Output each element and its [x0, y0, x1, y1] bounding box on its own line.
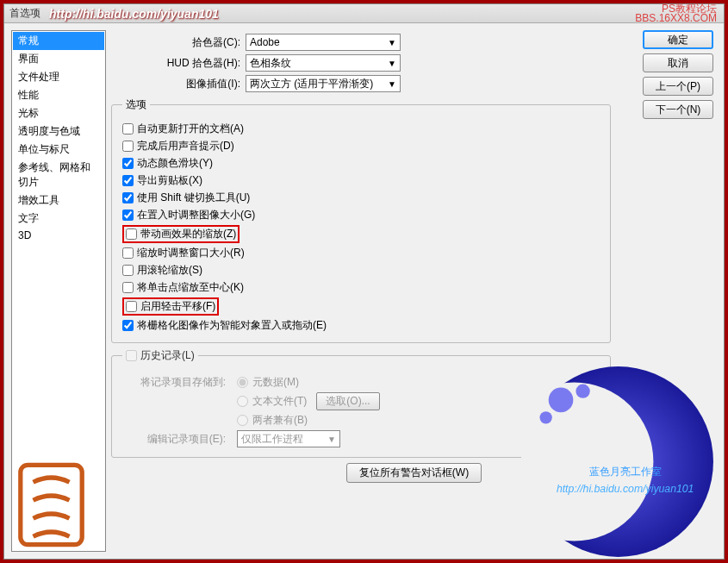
- hud-picker-dropdown[interactable]: 色相条纹 ▼: [246, 54, 401, 72]
- chevron-down-icon: ▼: [388, 79, 396, 89]
- svg-text:蓝色月亮工作室: 蓝色月亮工作室: [589, 466, 662, 478]
- svg-point-3: [549, 388, 574, 413]
- sidebar-item[interactable]: 透明度与色域: [13, 122, 104, 141]
- option-row: 缩放时调整窗口大小(R): [122, 246, 600, 260]
- option-label: 使用 Shift 键切换工具(U): [137, 191, 250, 205]
- option-row: 完成后用声音提示(D): [122, 139, 600, 153]
- svg-point-5: [539, 411, 551, 423]
- next-button[interactable]: 下一个(N): [643, 100, 713, 119]
- option-row: 将栅格化图像作为智能对象置入或拖动(E): [122, 318, 600, 333]
- option-row: 将单击点缩放至中心(K): [122, 280, 600, 295]
- option-row: 带动画效果的缩放(Z): [122, 225, 600, 243]
- metadata-radio[interactable]: [237, 377, 248, 388]
- dialog-body: 常规界面文件处理性能光标透明度与色域单位与标尺参考线、网格和切片增效工具文字3D…: [4, 23, 724, 559]
- option-label: 完成后用声音提示(D): [137, 139, 234, 153]
- options-fieldset: 选项 自动更新打开的文档(A)完成后用声音提示(D)动态颜色滑块(Y)导出剪贴板…: [111, 97, 611, 343]
- sidebar-item[interactable]: 3D: [13, 228, 104, 243]
- option-label: 导出剪贴板(X): [137, 173, 202, 188]
- option-row: 用滚轮缩放(S): [122, 263, 600, 278]
- titlebar: 首选项 http://hi.baidu.com/yiyuan101 PS教程论坛…: [4, 4, 724, 23]
- option-checkbox[interactable]: [122, 247, 134, 259]
- edit-log-label: 编辑记录项目(E):: [122, 432, 226, 447]
- ok-button[interactable]: 确定: [643, 30, 713, 49]
- preferences-dialog: 首选项 http://hi.baidu.com/yiyuan101 PS教程论坛…: [3, 3, 725, 560]
- option-row: 在置入时调整图像大小(G): [122, 208, 600, 222]
- option-row: 启用轻击平移(F): [122, 297, 600, 316]
- option-label: 用滚轮缩放(S): [137, 263, 202, 278]
- option-checkbox[interactable]: [122, 192, 134, 203]
- history-checkbox[interactable]: [126, 350, 137, 361]
- option-row: 导出剪贴板(X): [122, 173, 600, 188]
- chevron-down-icon: ▼: [388, 59, 396, 68]
- option-label: 将栅格化图像作为智能对象置入或拖动(E): [137, 318, 327, 333]
- forum-watermark: PS教程论坛 BBS.16XX8.COM: [635, 4, 717, 23]
- option-checkbox[interactable]: [122, 320, 134, 331]
- sidebar-item[interactable]: 增效工具: [13, 191, 104, 210]
- both-radio[interactable]: [237, 415, 248, 426]
- option-row: 动态颜色滑块(Y): [122, 156, 600, 171]
- svg-text:http://hi.baidu.com/yiyuan101: http://hi.baidu.com/yiyuan101: [557, 483, 694, 495]
- option-checkbox[interactable]: [126, 301, 137, 312]
- options-legend: 选项: [122, 97, 150, 112]
- seal-stamp-icon: [15, 460, 88, 550]
- moon-logo-watermark: 蓝色月亮工作室 http://hi.baidu.com/yiyuan101: [521, 365, 715, 559]
- sidebar-item[interactable]: 性能: [13, 86, 104, 104]
- reset-warnings-button[interactable]: 复位所有警告对话框(W): [346, 463, 482, 483]
- overlay-url: http://hi.baidu.com/yiyuan101: [49, 7, 219, 21]
- option-label: 在置入时调整图像大小(G): [137, 208, 255, 222]
- sidebar-item[interactable]: 单位与标尺: [13, 141, 104, 159]
- sidebar-item[interactable]: 界面: [13, 50, 104, 68]
- dialog-buttons: 确定 取消 上一个(P) 下一个(N): [643, 30, 717, 123]
- option-label: 启用轻击平移(F): [140, 299, 215, 314]
- option-checkbox[interactable]: [122, 210, 134, 221]
- sidebar-item[interactable]: 文件处理: [13, 68, 104, 86]
- option-row: 自动更新打开的文档(A): [122, 122, 600, 136]
- chevron-down-icon: ▼: [327, 435, 336, 444]
- history-legend: 历史记录(L): [122, 348, 198, 363]
- option-label: 带动画效果的缩放(Z): [140, 227, 236, 241]
- option-label: 将单击点缩放至中心(K): [137, 280, 244, 295]
- sidebar-item[interactable]: 光标: [13, 104, 104, 122]
- color-picker-label: 拾色器(C):: [146, 35, 240, 50]
- option-checkbox[interactable]: [122, 265, 134, 276]
- sidebar-item[interactable]: 参考线、网格和切片: [13, 159, 104, 191]
- option-checkbox[interactable]: [122, 175, 134, 186]
- option-checkbox[interactable]: [122, 141, 134, 152]
- option-checkbox[interactable]: [126, 228, 137, 240]
- edit-log-dropdown[interactable]: 仅限工作进程 ▼: [237, 430, 340, 447]
- hud-picker-label: HUD 拾色器(H):: [146, 56, 240, 71]
- color-picker-dropdown[interactable]: Adobe ▼: [246, 34, 401, 51]
- prev-button[interactable]: 上一个(P): [643, 77, 713, 96]
- textfile-radio[interactable]: [237, 396, 248, 407]
- option-row: 使用 Shift 键切换工具(U): [122, 191, 600, 205]
- option-label: 缩放时调整窗口大小(R): [137, 246, 245, 260]
- store-to-label: 将记录项目存储到:: [122, 375, 226, 390]
- option-checkbox[interactable]: [122, 158, 134, 169]
- cancel-button[interactable]: 取消: [643, 53, 713, 72]
- svg-point-4: [576, 385, 589, 398]
- option-label: 自动更新打开的文档(A): [137, 122, 244, 136]
- option-label: 动态颜色滑块(Y): [137, 156, 213, 171]
- option-checkbox[interactable]: [122, 282, 134, 293]
- interpolation-label: 图像插值(I):: [146, 77, 240, 91]
- chevron-down-icon: ▼: [388, 38, 396, 47]
- sidebar-item[interactable]: 文字: [13, 210, 104, 228]
- sidebar-item[interactable]: 常规: [13, 32, 104, 50]
- interpolation-dropdown[interactable]: 两次立方 (适用于平滑渐变) ▼: [246, 75, 401, 92]
- dialog-title: 首选项: [9, 6, 40, 21]
- option-checkbox[interactable]: [122, 123, 134, 134]
- choose-button[interactable]: 选取(O)...: [316, 392, 379, 410]
